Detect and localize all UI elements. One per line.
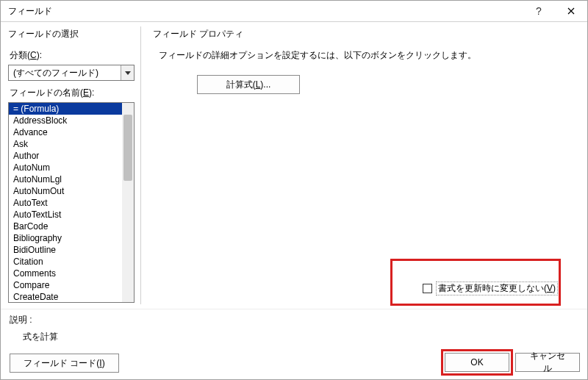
- fieldname-label-pre: フィールドの名前(: [10, 87, 83, 98]
- list-item[interactable]: CreateDate: [9, 291, 122, 302]
- description-label: 説明 :: [10, 314, 119, 326]
- list-item[interactable]: AutoTextList: [9, 209, 122, 221]
- list-item[interactable]: AutoNum: [9, 162, 122, 173]
- list-item[interactable]: Author: [9, 150, 122, 162]
- list-item[interactable]: Citation: [9, 256, 122, 268]
- category-label-post: ):: [37, 50, 42, 60]
- list-item[interactable]: AutoText: [9, 197, 122, 209]
- list-item[interactable]: BidiOutline: [9, 244, 122, 256]
- fieldname-label: フィールドの名前(E):: [10, 87, 135, 99]
- field-codes-button[interactable]: フィールド コード(I): [10, 354, 119, 373]
- titlebar: フィールド ?: [1, 1, 587, 22]
- bottom-left: 説明 : 式を計算 フィールド コード(I): [10, 314, 119, 373]
- list-item[interactable]: = (Formula): [9, 103, 122, 115]
- category-combobox[interactable]: (すべてのフィールド): [8, 65, 135, 81]
- list-item[interactable]: AutoNumLgl: [9, 173, 122, 185]
- preserve-label-post: ): [553, 283, 556, 293]
- right-pane: フィールド プロパティ フィールドの詳細オプションを設定するには、以下のボタンを…: [144, 22, 587, 309]
- list-item[interactable]: Bibliography: [9, 232, 122, 244]
- list-item[interactable]: Comments: [9, 268, 122, 279]
- vertical-divider: [140, 26, 141, 304]
- scrollbar-thumb[interactable]: [123, 115, 132, 181]
- formula-button-pre: 計算式(: [226, 79, 256, 91]
- category-label-pre: 分類(: [10, 50, 30, 60]
- help-button[interactable]: ?: [523, 1, 555, 22]
- fieldcode-button-post: ): [102, 358, 105, 368]
- instruction-text: フィールドの詳細オプションを設定するには、以下のボタンをクリックします。: [159, 49, 576, 62]
- category-label: 分類(C):: [10, 49, 135, 62]
- fieldname-label-mnemonic: E: [83, 87, 89, 98]
- close-icon: [567, 7, 575, 15]
- list-item[interactable]: Advance: [9, 126, 122, 138]
- bottom-area: 説明 : 式を計算 フィールド コード(I) OK キャンセル: [1, 309, 587, 379]
- list-item[interactable]: Compare: [9, 279, 122, 291]
- field-dialog: フィールド ? フィールドの選択 分類(C): (すべてのフィールド) フィール…: [0, 0, 588, 380]
- category-label-mnemonic: C: [30, 50, 37, 60]
- preserve-format-checkbox[interactable]: [423, 284, 432, 293]
- combobox-dropdown-button[interactable]: [121, 65, 134, 80]
- close-button[interactable]: [555, 1, 587, 22]
- formula-button-wrap: 計算式(L)...: [197, 75, 576, 94]
- list-item[interactable]: AddressBlock: [9, 115, 122, 126]
- fieldname-label-post: ):: [89, 87, 94, 98]
- left-pane-header: フィールドの選択: [8, 28, 135, 40]
- preserve-format-label[interactable]: 書式を更新時に変更しない(V): [436, 282, 558, 295]
- category-combobox-value: (すべてのフィールド): [9, 65, 121, 80]
- list-item[interactable]: Ask: [9, 138, 122, 150]
- chevron-down-icon: [125, 71, 131, 75]
- left-pane: フィールドの選択 分類(C): (すべてのフィールド) フィールドの名前(E):…: [1, 22, 140, 309]
- right-pane-header: フィールド プロパティ: [153, 28, 576, 40]
- ok-button[interactable]: OK: [445, 353, 509, 372]
- preserve-label-pre: 書式を更新時に変更しない(: [438, 283, 547, 293]
- description-value: 式を計算: [23, 331, 119, 343]
- formula-button-post: )...: [260, 79, 270, 90]
- fieldname-listbox-inner: = (Formula)AddressBlockAdvanceAskAuthorA…: [9, 103, 122, 302]
- dialog-title: フィールド: [8, 5, 523, 18]
- cancel-button[interactable]: キャンセル: [515, 353, 580, 372]
- formula-button[interactable]: 計算式(L)...: [197, 75, 300, 94]
- dialog-body: フィールドの選択 分類(C): (すべてのフィールド) フィールドの名前(E):…: [1, 22, 587, 309]
- list-item[interactable]: BarCode: [9, 221, 122, 232]
- listbox-scrollbar[interactable]: [122, 103, 134, 302]
- bottom-right-buttons: OK キャンセル: [445, 353, 580, 372]
- formula-button-mnemonic: L: [256, 79, 261, 90]
- fieldcode-button-pre: フィールド コード(: [24, 357, 99, 370]
- preserve-label-mnemonic: V: [547, 283, 553, 293]
- preserve-format-row: 書式を更新時に変更しない(V): [423, 282, 558, 295]
- list-item[interactable]: AutoNumOut: [9, 185, 122, 197]
- fieldname-listbox[interactable]: = (Formula)AddressBlockAdvanceAskAuthorA…: [8, 102, 135, 303]
